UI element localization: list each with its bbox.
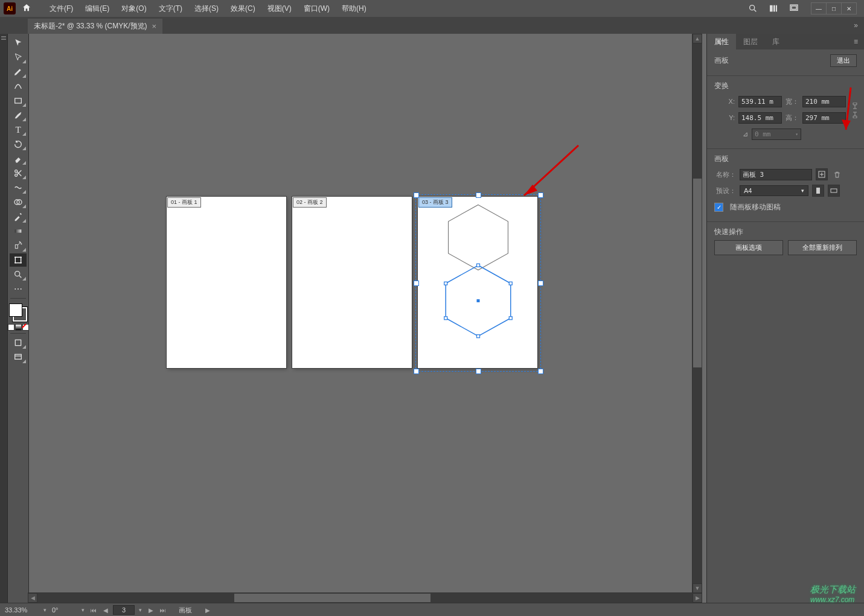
constrain-proportions-icon[interactable] — [851, 103, 859, 120]
scroll-down-icon[interactable]: ▼ — [693, 583, 702, 593]
canvas-scrollbar-vertical[interactable]: ▲ ▼ — [692, 34, 702, 593]
orientation-landscape-icon[interactable] — [828, 185, 840, 197]
artboard-2[interactable]: 02 - 画板 2 — [292, 197, 412, 368]
fill-stroke-control[interactable] — [9, 303, 27, 322]
svg-rect-24 — [15, 340, 21, 345]
panel-tab-libraries[interactable]: 库 — [765, 34, 787, 49]
rotate-input[interactable] — [51, 606, 77, 614]
svg-point-0 — [750, 5, 755, 10]
scroll-v-thumb[interactable] — [693, 179, 702, 367]
menu-help[interactable]: 帮助(H) — [336, 0, 373, 17]
y-label: Y: — [722, 114, 735, 121]
document-tab-title: 未标题-2* @ 33.33 % (CMYK/预览) — [34, 21, 147, 31]
eraser-tool[interactable] — [10, 152, 27, 165]
draw-mode-icon[interactable] — [10, 336, 27, 349]
paintbrush-tool[interactable] — [10, 109, 27, 122]
workspace-switcher-icon[interactable] — [787, 2, 801, 14]
close-window-button[interactable]: ✕ — [841, 3, 856, 14]
canvas[interactable]: 01 - 画板 1 02 - 画板 2 03 - 画板 3 — [29, 34, 706, 603]
hexagon-shape-2[interactable] — [436, 263, 520, 338]
zoom-dropdown-icon[interactable]: ▾ — [42, 607, 48, 613]
scroll-h-thumb[interactable] — [234, 594, 431, 602]
tab-overflow-icon[interactable]: » — [848, 17, 864, 34]
edit-toolbar-icon[interactable]: ⋯ — [10, 282, 27, 296]
scroll-left-icon[interactable]: ◀ — [28, 593, 37, 603]
eyedropper-tool[interactable] — [10, 210, 27, 223]
orientation-portrait-icon[interactable] — [812, 185, 824, 197]
document-tab[interactable]: 未标题-2* @ 33.33 % (CMYK/预览) × — [28, 19, 162, 34]
status-menu-icon[interactable]: ▶ — [203, 605, 213, 615]
artboard-tool[interactable] — [10, 253, 27, 267]
color-mode-row[interactable] — [8, 324, 29, 331]
artboard-3[interactable]: 03 - 画板 3 — [418, 197, 537, 368]
gradient-tool[interactable] — [10, 224, 27, 238]
w-input[interactable] — [802, 96, 846, 107]
minimize-button[interactable]: ― — [811, 3, 826, 14]
reference-point-grid[interactable] — [714, 95, 717, 110]
move-artwork-checkbox[interactable]: ✓ — [714, 203, 723, 212]
home-icon[interactable] — [21, 3, 33, 14]
scissors-tool[interactable] — [10, 167, 27, 180]
symbol-sprayer-tool[interactable] — [10, 239, 27, 252]
window-controls: ― □ ✕ — [811, 2, 857, 14]
y-input[interactable] — [738, 112, 782, 124]
rearrange-all-button[interactable]: 全部重新排列 — [788, 240, 857, 255]
scroll-right-icon[interactable]: ▶ — [693, 593, 702, 603]
search-icon[interactable] — [746, 2, 760, 14]
panel-menu-icon[interactable]: ≡ — [848, 34, 864, 49]
nav-last-icon[interactable]: ⏭ — [158, 605, 168, 615]
menu-window[interactable]: 窗口(W) — [298, 0, 336, 17]
nav-first-icon[interactable]: ⏮ — [89, 605, 98, 615]
panel-tab-layers[interactable]: 图层 — [736, 34, 765, 49]
artboard-index-input[interactable] — [113, 605, 135, 615]
menu-effect[interactable]: 效果(C) — [225, 0, 261, 17]
screen-mode-icon[interactable] — [10, 351, 27, 364]
svg-rect-17 — [15, 257, 21, 262]
menu-view[interactable]: 视图(V) — [261, 0, 298, 17]
artboard-2-label: 02 - 画板 2 — [293, 197, 327, 208]
toolbar-collapse-strip[interactable] — [0, 34, 8, 603]
pen-tool[interactable] — [10, 65, 27, 78]
rectangle-tool[interactable] — [10, 94, 27, 107]
panel-tab-properties[interactable]: 属性 — [707, 34, 736, 49]
menu-type[interactable]: 文字(T) — [153, 0, 188, 17]
preset-select[interactable]: A4▾ — [740, 185, 808, 196]
shape-builder-tool[interactable] — [10, 195, 27, 209]
svg-rect-34 — [444, 317, 447, 320]
width-tool[interactable] — [10, 181, 27, 194]
type-tool[interactable]: T — [10, 123, 27, 136]
menu-file[interactable]: 文件(F) — [43, 0, 79, 17]
rotate-dropdown-icon[interactable]: ▾ — [80, 607, 86, 613]
canvas-scrollbar-horizontal[interactable]: ◀ ▶ — [28, 592, 702, 603]
direct-selection-tool[interactable] — [10, 51, 27, 64]
svg-rect-13 — [15, 245, 18, 249]
nav-prev-icon[interactable]: ◀ — [101, 605, 110, 615]
nav-next-icon[interactable]: ▶ — [146, 605, 156, 615]
svg-point-16 — [19, 241, 20, 242]
delete-artboard-icon[interactable] — [831, 169, 842, 180]
maximize-button[interactable]: □ — [826, 3, 841, 14]
document-tab-bar: 未标题-2* @ 33.33 % (CMYK/预览) × » — [0, 17, 864, 34]
artboard-1[interactable]: 01 - 画板 1 — [167, 197, 286, 368]
artboard-index-dropdown-icon[interactable]: ▾ — [137, 607, 144, 613]
scroll-up-icon[interactable]: ▲ — [693, 34, 702, 43]
x-input[interactable] — [738, 96, 782, 107]
selection-tool[interactable] — [10, 36, 27, 49]
h-input[interactable] — [802, 112, 846, 124]
move-artwork-label: 随画板移动图稿 — [730, 202, 781, 212]
curvature-tool[interactable] — [10, 80, 27, 93]
rotate-tool[interactable] — [10, 138, 27, 151]
zoom-tool[interactable] — [10, 268, 27, 281]
menu-object[interactable]: 对象(O) — [115, 0, 152, 17]
exit-artboard-button[interactable]: 退出 — [830, 54, 857, 67]
menu-bar: Ai 文件(F) 编辑(E) 对象(O) 文字(T) 选择(S) 效果(C) 视… — [0, 0, 864, 17]
menu-edit[interactable]: 编辑(E) — [79, 0, 115, 17]
close-tab-icon[interactable]: × — [152, 22, 157, 31]
artboard-options-button[interactable]: 画板选项 — [714, 240, 783, 255]
artboard-name-input[interactable] — [740, 169, 812, 180]
new-artboard-icon[interactable] — [816, 168, 828, 180]
arrange-documents-icon[interactable] — [766, 2, 781, 14]
menu-select[interactable]: 选择(S) — [188, 0, 225, 17]
fill-swatch[interactable] — [9, 303, 22, 317]
zoom-input[interactable] — [4, 606, 39, 614]
